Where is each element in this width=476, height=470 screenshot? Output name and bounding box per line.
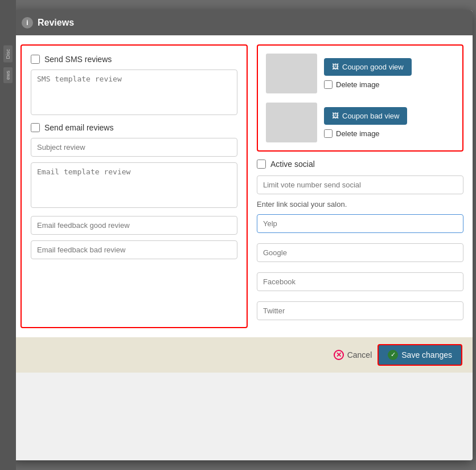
email-template-input[interactable] bbox=[31, 162, 237, 208]
sms-template-input[interactable] bbox=[31, 70, 237, 115]
modal-footer: ✕ Cancel ✓ Save changes bbox=[11, 337, 473, 373]
active-social-label: Active social bbox=[270, 160, 315, 169]
subject-input[interactable] bbox=[31, 138, 237, 157]
info-icon: i bbox=[22, 17, 33, 28]
email-checkbox-label: Send email reviews bbox=[44, 123, 113, 132]
delete-bad-checkbox[interactable] bbox=[324, 129, 333, 138]
sidebar-tab-ews[interactable]: ews bbox=[3, 67, 13, 83]
delete-good-row: Delete image bbox=[324, 80, 412, 89]
sidebar-tab-disc[interactable]: Disc bbox=[3, 46, 13, 63]
social-section: Active social Enter link social your sal… bbox=[257, 157, 463, 328]
image-icon: 🖼 bbox=[332, 63, 339, 71]
coupon-good-image bbox=[266, 54, 317, 93]
coupon-good-controls: 🖼 Coupon good view Delete image bbox=[324, 58, 412, 89]
coupon-bad-controls: 🖼 Coupon bad view Delete image bbox=[324, 107, 407, 138]
coupon-good-row: 🖼 Coupon good view Delete image bbox=[266, 54, 454, 93]
active-social-checkbox[interactable] bbox=[257, 160, 266, 169]
save-icon: ✓ bbox=[388, 350, 398, 360]
send-sms-checkbox[interactable] bbox=[31, 55, 40, 64]
twitter-input[interactable] bbox=[257, 301, 463, 320]
save-changes-button[interactable]: ✓ Save changes bbox=[377, 344, 462, 366]
email-feedback-good-input[interactable] bbox=[31, 216, 237, 235]
modal-title: Reviews bbox=[38, 18, 74, 28]
right-panel: 🖼 Coupon good view Delete image bbox=[257, 44, 463, 328]
email-feedback-bad-input[interactable] bbox=[31, 240, 237, 259]
coupon-bad-row: 🖼 Coupon bad view Delete image bbox=[266, 103, 454, 142]
image-icon-bad: 🖼 bbox=[332, 112, 339, 120]
active-social-row: Active social bbox=[257, 160, 463, 169]
sms-checkbox-label: Send SMS reviews bbox=[44, 55, 112, 64]
sidebar: Disc ews bbox=[0, 0, 16, 470]
left-panel: Send SMS reviews Send email reviews bbox=[20, 44, 248, 328]
modal-body: Send SMS reviews Send email reviews bbox=[11, 35, 473, 337]
yelp-input[interactable] bbox=[257, 214, 463, 233]
limit-vote-input[interactable] bbox=[257, 175, 463, 194]
facebook-input[interactable] bbox=[257, 272, 463, 291]
coupon-bad-view-button[interactable]: 🖼 Coupon bad view bbox=[324, 107, 407, 125]
coupon-section: 🖼 Coupon good view Delete image bbox=[257, 44, 463, 152]
enter-link-text: Enter link social your salon. bbox=[257, 200, 463, 209]
modal-header: i Reviews bbox=[11, 10, 473, 35]
delete-bad-row: Delete image bbox=[324, 129, 407, 138]
coupon-good-view-button[interactable]: 🖼 Coupon good view bbox=[324, 58, 412, 76]
email-checkbox-row: Send email reviews bbox=[31, 123, 237, 132]
cancel-button[interactable]: ✕ Cancel bbox=[334, 350, 372, 360]
send-email-checkbox[interactable] bbox=[31, 123, 40, 132]
google-input[interactable] bbox=[257, 243, 463, 262]
coupon-bad-image bbox=[266, 103, 317, 142]
delete-good-checkbox[interactable] bbox=[324, 80, 333, 89]
cancel-icon: ✕ bbox=[334, 350, 344, 360]
modal: i Reviews Send SMS reviews Send email re… bbox=[11, 10, 473, 460]
sms-checkbox-row: Send SMS reviews bbox=[31, 55, 237, 64]
